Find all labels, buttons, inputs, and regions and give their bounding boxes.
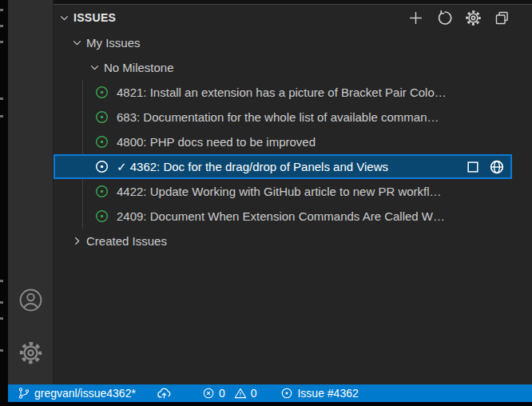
edge-artifact xyxy=(0,25,3,27)
issue-title: ✓ 4362: Doc for the drag/drop of Panels … xyxy=(117,160,388,174)
view-title: ISSUES xyxy=(73,11,116,24)
edge-artifact xyxy=(0,301,3,304)
issue-open-icon xyxy=(94,209,109,224)
plus-icon[interactable] xyxy=(407,10,424,26)
issue-status-label: Issue #4362 xyxy=(297,387,358,400)
branch-status-item[interactable]: gregvanl/issue4362* xyxy=(18,384,136,402)
chevron-down-icon xyxy=(88,61,101,74)
issue-row[interactable]: 683: Documentation for the whole list of… xyxy=(54,105,532,129)
account-icon[interactable] xyxy=(8,279,53,320)
issue-status-item[interactable]: Issue #4362 xyxy=(280,384,358,402)
issues-view-header: ISSUES xyxy=(54,5,532,30)
issue-title: 683: Documentation for the whole list of… xyxy=(117,110,439,124)
issue-title: 4422: Update Working with GitHub article… xyxy=(117,185,442,198)
issue-open-icon xyxy=(94,134,109,149)
tree-item-no-milestone[interactable]: No Milestone xyxy=(54,55,532,80)
square-icon[interactable] xyxy=(465,159,481,175)
branch-name: gregvanl/issue4362* xyxy=(34,387,136,400)
issue-row[interactable]: 2409: Document When Extension Commands A… xyxy=(54,204,532,229)
refresh-icon[interactable] xyxy=(436,10,453,26)
issues-tree: My Issues No Milestone 4821: Install an … xyxy=(54,30,532,253)
edge-artifact xyxy=(0,98,3,100)
edge-artifact xyxy=(0,349,3,352)
chevron-right-icon xyxy=(70,234,84,248)
tree-item-label: Created Issues xyxy=(86,234,167,248)
issue-row[interactable]: 4422: Update Working with GitHub article… xyxy=(54,179,532,204)
issue-title: 4800: PHP docs need to be improved xyxy=(117,135,316,149)
screen-edge-strip xyxy=(0,0,8,406)
issue-row-actions xyxy=(465,159,510,175)
activity-bar xyxy=(8,0,54,384)
issue-icon xyxy=(280,387,293,400)
chevron-down-icon xyxy=(70,36,84,50)
issue-row-selected[interactable]: ✓ 4362: Doc for the drag/drop of Panels … xyxy=(54,154,512,179)
tree-item-label: No Milestone xyxy=(104,61,174,74)
view-toolbar xyxy=(407,10,532,26)
publish-status-item[interactable] xyxy=(157,384,172,402)
issue-open-icon xyxy=(94,159,109,174)
issue-open-icon xyxy=(94,184,109,199)
edge-artifact xyxy=(0,41,3,43)
edge-artifact xyxy=(0,115,3,117)
tree-item-label: My Issues xyxy=(86,36,141,50)
warning-count: 0 xyxy=(251,387,257,400)
cloud-upload-icon xyxy=(157,386,172,401)
problems-status-item[interactable]: 0 0 xyxy=(202,384,257,402)
issues-sidebar: ISSUES xyxy=(54,0,532,384)
tree-item-my-issues[interactable]: My Issues xyxy=(54,30,532,55)
warning-icon xyxy=(234,387,247,400)
globe-icon[interactable] xyxy=(489,159,505,175)
status-bar: gregvanl/issue4362* 0 xyxy=(8,384,532,402)
gear-icon[interactable] xyxy=(465,10,482,26)
chevron-down-icon[interactable] xyxy=(58,11,71,25)
edge-artifact xyxy=(0,317,3,320)
git-branch-icon xyxy=(18,387,30,400)
error-icon xyxy=(202,387,215,400)
issue-open-icon xyxy=(94,109,109,125)
issue-row[interactable]: 4800: PHP docs need to be improved xyxy=(54,129,532,154)
edge-artifact xyxy=(0,9,3,11)
issue-open-icon xyxy=(94,85,109,100)
issue-row[interactable]: 4821: Install an extension has a picture… xyxy=(54,80,532,105)
issue-title: 4821: Install an extension has a picture… xyxy=(117,86,447,99)
copy-icon[interactable] xyxy=(494,10,510,26)
bottom-edge xyxy=(0,402,532,406)
error-count: 0 xyxy=(219,387,225,400)
manage-gear-icon[interactable] xyxy=(8,332,53,373)
issue-title: 2409: Document When Extension Commands A… xyxy=(117,209,445,223)
tree-item-created-issues[interactable]: Created Issues xyxy=(54,229,532,253)
edge-artifact xyxy=(0,280,3,282)
vscode-window: ISSUES xyxy=(0,0,532,406)
